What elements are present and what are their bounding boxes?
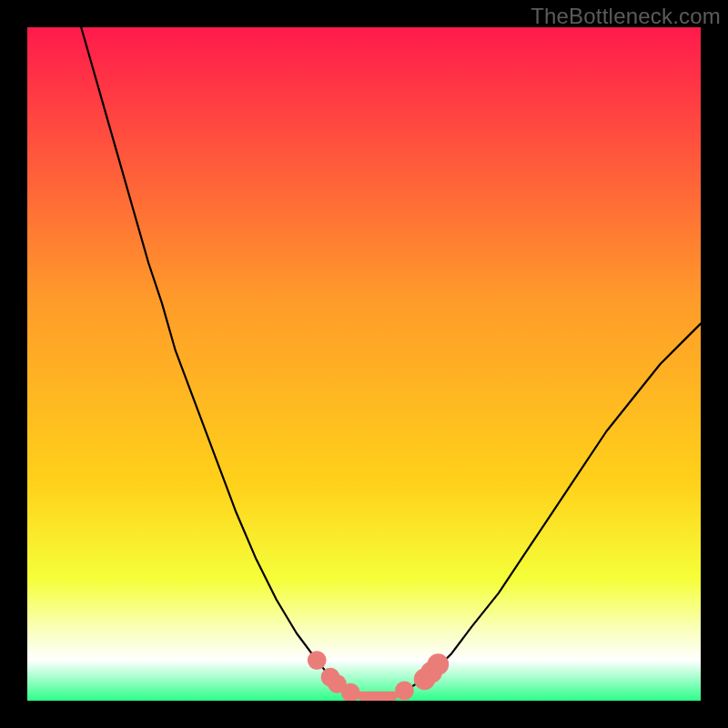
trough-marker-bar	[358, 692, 398, 701]
watermark-text: TheBottleneck.com	[531, 4, 721, 29]
curve-marker	[395, 682, 414, 701]
curve-marker	[308, 651, 327, 670]
chart-frame: TheBottleneck.com	[0, 0, 728, 728]
gradient-background	[27, 27, 701, 701]
curve-marker	[428, 653, 450, 675]
bottleneck-plot	[27, 27, 701, 701]
